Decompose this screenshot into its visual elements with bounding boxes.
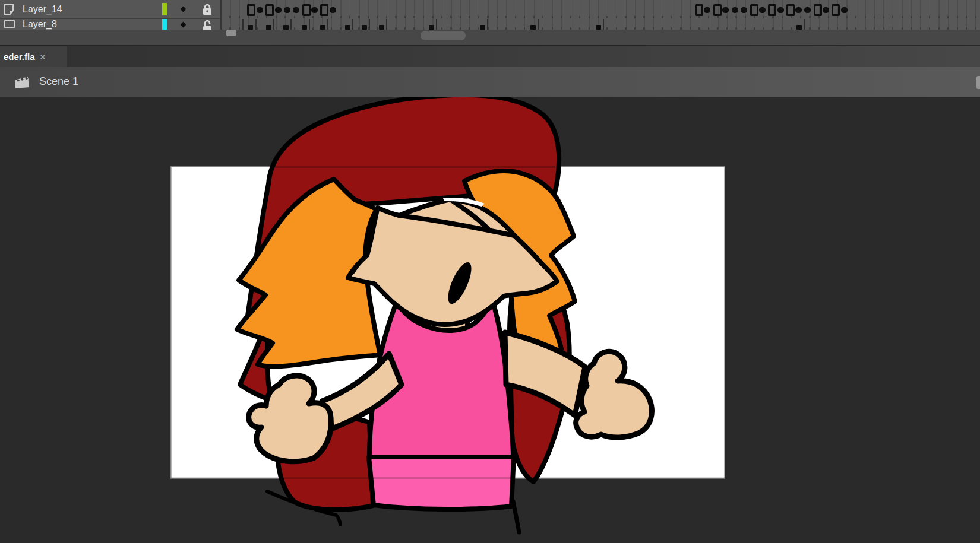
keyframe[interactable]	[330, 7, 336, 13]
empty-keyframe[interactable]	[320, 4, 328, 16]
empty-keyframe[interactable]	[750, 4, 758, 16]
frame-span-border	[538, 19, 539, 30]
empty-keyframe[interactable]	[695, 4, 703, 16]
keyframe[interactable]	[311, 7, 318, 13]
scrollbar-notch[interactable]	[976, 76, 980, 89]
keyframe[interactable]	[283, 25, 289, 30]
frame-span-border	[242, 19, 244, 30]
keyframe[interactable]	[480, 25, 485, 30]
lock-icon[interactable]	[201, 3, 214, 16]
keyframe[interactable]	[248, 25, 253, 30]
document-tab-bar: eder.fla ×	[0, 45, 980, 67]
unlock-icon[interactable]	[201, 19, 214, 30]
document-tab-label[interactable]: eder.fla	[4, 52, 35, 62]
keyframe[interactable]	[275, 7, 282, 13]
dress-hem	[369, 457, 514, 509]
keyframe[interactable]	[596, 25, 601, 30]
empty-keyframe[interactable]	[768, 4, 776, 16]
empty-keyframe[interactable]	[713, 4, 722, 16]
edit-bar: Scene 1	[0, 67, 980, 97]
keyframe[interactable]	[795, 7, 802, 13]
keyframe[interactable]	[257, 7, 263, 13]
timeline-frames-area[interactable]	[222, 0, 980, 30]
dress-right-stroke	[513, 501, 519, 532]
timeline-bottom-spacer	[0, 30, 980, 45]
keyframe[interactable]	[379, 25, 384, 30]
frame-span-border	[369, 19, 370, 30]
stage-pasteboard[interactable]	[0, 97, 980, 543]
frame-span-border	[352, 19, 353, 30]
keyframe[interactable]	[804, 7, 811, 13]
panel-resize-handle[interactable]	[421, 31, 466, 40]
frame-span-border	[273, 19, 274, 30]
layer-color-swatch[interactable]	[162, 3, 167, 15]
keyframe[interactable]	[345, 25, 350, 30]
keyframe[interactable]	[777, 7, 784, 13]
frame-span-border	[255, 19, 257, 30]
frames-scroll-handle[interactable]	[226, 30, 236, 36]
timeline-panel: Layer_14 Layer_8	[0, 0, 980, 30]
document-tab[interactable]: eder.fla ×	[0, 46, 67, 67]
empty-keyframe[interactable]	[786, 4, 795, 16]
empty-keyframe[interactable]	[302, 4, 311, 16]
keyframe[interactable]	[722, 7, 729, 13]
layer-name[interactable]: Layer_14	[23, 4, 162, 15]
keyframe[interactable]	[302, 25, 307, 30]
close-icon[interactable]: ×	[40, 52, 46, 62]
keyframe[interactable]	[823, 7, 829, 13]
stage-drawing	[0, 97, 980, 543]
frame-span-border	[327, 19, 328, 30]
empty-keyframe[interactable]	[832, 4, 840, 16]
frame-span-border	[309, 19, 310, 30]
layer-visibility-dot[interactable]	[181, 21, 186, 27]
keyframe[interactable]	[796, 25, 802, 30]
layer-rect-icon	[4, 19, 17, 30]
keyframe[interactable]	[704, 7, 710, 13]
keyframe[interactable]	[841, 7, 848, 13]
frame-span-border	[487, 19, 488, 30]
layer-visibility-dot[interactable]	[181, 7, 186, 12]
frame-span-border	[386, 19, 387, 30]
empty-keyframe[interactable]	[265, 4, 274, 16]
frame-ticks	[222, 16, 980, 18]
clapperboard-icon[interactable]	[13, 74, 31, 93]
frame-span-border	[603, 19, 604, 30]
timeline-layer-row[interactable]: Layer_8	[0, 19, 220, 30]
keyframe[interactable]	[530, 25, 536, 30]
empty-keyframe[interactable]	[247, 4, 255, 16]
keyframe[interactable]	[266, 25, 271, 30]
empty-keyframe[interactable]	[814, 4, 822, 16]
keyframe[interactable]	[362, 25, 367, 30]
layer-color-swatch[interactable]	[162, 19, 167, 30]
keyframe[interactable]	[759, 7, 766, 13]
keyframe[interactable]	[284, 7, 290, 13]
frame-span-border	[290, 19, 292, 30]
timeline-layer-row[interactable]: Layer_14	[0, 0, 220, 18]
keyframe[interactable]	[429, 25, 434, 30]
layer-name[interactable]: Layer_8	[23, 19, 162, 30]
scene-breadcrumb[interactable]: Scene 1	[39, 75, 78, 88]
frame-span-border	[804, 19, 805, 30]
keyframe[interactable]	[293, 7, 299, 13]
keyframe[interactable]	[732, 7, 738, 13]
frame-span-border	[436, 19, 437, 30]
keyframe[interactable]	[741, 7, 747, 13]
keyframe[interactable]	[320, 25, 325, 30]
layer-page-icon	[4, 4, 17, 15]
